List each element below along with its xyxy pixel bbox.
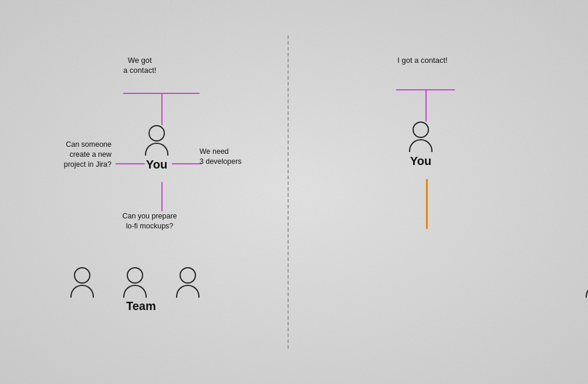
left-you-node: You bbox=[145, 125, 168, 171]
left-team-member-2 bbox=[123, 267, 147, 298]
left-you-body bbox=[145, 143, 168, 156]
left-team-member-3 bbox=[176, 267, 200, 298]
left-team-body-2 bbox=[123, 285, 147, 298]
right-panel: I got a contact! You I will create a new… bbox=[288, 0, 588, 384]
left-bubble-left: Can someone create a new project in Jira… bbox=[35, 140, 111, 170]
right-you-head bbox=[413, 122, 429, 138]
right-you-icon bbox=[409, 122, 432, 152]
left-bubble-bottom: Can you prepare lo-fi mockups? bbox=[106, 211, 194, 231]
left-you-label: You bbox=[146, 158, 167, 171]
right-top-label: I got a contact! bbox=[376, 56, 469, 66]
left-bubble-right: We need 3 developers bbox=[200, 147, 270, 167]
main-container: We got a contact! You Can someone create… bbox=[0, 0, 588, 384]
right-you-node: You bbox=[409, 122, 432, 168]
left-top-vline bbox=[161, 93, 163, 125]
left-team-head-1 bbox=[74, 267, 90, 284]
right-team-row bbox=[586, 267, 588, 298]
right-you-body bbox=[409, 139, 432, 152]
left-you-head bbox=[148, 125, 165, 142]
left-team-member-1 bbox=[70, 267, 94, 298]
left-left-hline bbox=[116, 163, 145, 164]
left-team-label: Team bbox=[126, 299, 156, 313]
right-team-body-1 bbox=[586, 285, 588, 298]
left-team-row bbox=[70, 267, 200, 298]
left-team-head-3 bbox=[180, 267, 196, 284]
right-you-label: You bbox=[410, 154, 431, 168]
right-you-vline bbox=[426, 179, 428, 229]
left-top-label: We got a contact! bbox=[123, 56, 156, 76]
right-team-member-1 bbox=[586, 267, 588, 298]
right-top-vline bbox=[425, 89, 427, 122]
left-panel: We got a contact! You Can someone create… bbox=[0, 0, 288, 384]
left-team-head-2 bbox=[127, 267, 143, 284]
left-bottom-vline bbox=[161, 182, 163, 211]
left-team-body-3 bbox=[176, 285, 200, 298]
left-right-hline bbox=[172, 163, 201, 164]
left-team-body-1 bbox=[70, 285, 94, 298]
right-label-1: I will create a new project in Jira bbox=[581, 208, 588, 227]
left-you-icon bbox=[145, 125, 168, 156]
